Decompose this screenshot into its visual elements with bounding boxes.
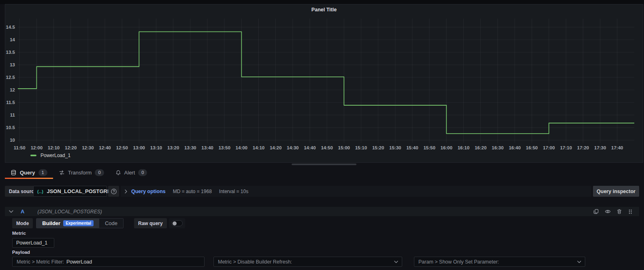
- hide-query-button[interactable]: [605, 208, 611, 215]
- toggle-knob: [173, 221, 177, 225]
- svg-text:12.5: 12.5: [6, 75, 15, 80]
- query-ref-id: A: [21, 208, 24, 215]
- tab-transform[interactable]: Transform 0: [53, 166, 110, 179]
- transform-icon: [59, 170, 65, 176]
- tab-label: Transform: [68, 170, 92, 176]
- chevron-down-icon[interactable]: [9, 210, 13, 213]
- svg-text:15:10: 15:10: [355, 145, 367, 150]
- json-api-datasource-icon: (..): [37, 189, 43, 194]
- metric-label: Metric: [12, 231, 26, 236]
- svg-text:12:30: 12:30: [82, 145, 94, 150]
- svg-text:13:30: 13:30: [184, 145, 196, 150]
- legend-series-swatch: [30, 155, 36, 156]
- svg-text:17:40: 17:40: [611, 145, 623, 150]
- top-strip: [0, 0, 644, 4]
- tab-label: Alert: [124, 170, 135, 176]
- payload-field-show-only-set-parameter[interactable]: Param > Show Only Set Parameter:: [414, 257, 585, 267]
- tab-query-count: 1: [38, 169, 47, 176]
- svg-text:16:40: 16:40: [509, 145, 520, 150]
- mode-code-option[interactable]: Code: [99, 219, 123, 228]
- svg-text:13:50: 13:50: [218, 145, 230, 150]
- svg-text:14:10: 14:10: [253, 145, 264, 150]
- tab-transform-count: 0: [95, 169, 104, 176]
- svg-text:17:10: 17:10: [560, 145, 572, 150]
- svg-text:13.5: 13.5: [6, 50, 15, 55]
- tab-alert[interactable]: Alert 0: [110, 166, 153, 179]
- svg-text:16:30: 16:30: [492, 145, 503, 150]
- svg-text:16:50: 16:50: [526, 145, 537, 150]
- svg-text:15:40: 15:40: [406, 145, 418, 150]
- field-prefix: Param > Show Only Set Parameter:: [418, 259, 499, 265]
- experimental-badge: Experimental: [63, 220, 94, 226]
- svg-text:12:10: 12:10: [48, 145, 60, 150]
- delete-query-button[interactable]: [616, 208, 622, 215]
- legend-series-label[interactable]: PowerLoad_1: [41, 153, 70, 158]
- svg-text:12: 12: [10, 87, 15, 92]
- svg-text:13: 13: [10, 62, 15, 67]
- field-prefix: Metric > Disable Builder Refresh:: [218, 259, 292, 265]
- query-options-bar[interactable]: Query options MD = auto = 1968 Interval …: [121, 186, 591, 197]
- builder-label: Builder: [42, 220, 60, 226]
- query-inspector-button[interactable]: Query inspector: [593, 186, 639, 197]
- timeseries-chart[interactable]: 1010.51111.51212.51313.51414.511:5012:00…: [5, 4, 644, 163]
- svg-text:12:50: 12:50: [116, 145, 128, 150]
- pane-resize-handle[interactable]: [292, 164, 356, 165]
- svg-text:14:50: 14:50: [321, 145, 333, 150]
- svg-text:15:30: 15:30: [389, 145, 401, 150]
- payload-field-metric-filter[interactable]: Metric > Metric Filter: PowerLoad: [12, 257, 205, 267]
- svg-text:13:20: 13:20: [167, 145, 179, 150]
- svg-text:15:00: 15:00: [338, 145, 350, 150]
- svg-text:14:30: 14:30: [287, 145, 299, 150]
- editor-tabs: Query 1 Transform 0 Alert 0: [5, 166, 153, 179]
- tab-query[interactable]: Query 1: [5, 166, 53, 179]
- mode-toggle-group: Builder Experimental Code: [36, 218, 124, 228]
- svg-text:12:40: 12:40: [99, 145, 111, 150]
- eye-icon: [605, 208, 611, 215]
- grafana-panel-editor: 1010.51111.51212.51313.51414.511:5012:00…: [0, 0, 644, 270]
- svg-text:13:40: 13:40: [201, 145, 213, 150]
- svg-text:14:40: 14:40: [304, 145, 316, 150]
- payload-field-disable-builder-refresh[interactable]: Metric > Disable Builder Refresh:: [213, 257, 402, 267]
- query-options-link[interactable]: Query options: [131, 189, 166, 194]
- svg-text:14: 14: [10, 37, 15, 42]
- chart-legend: PowerLoad_1: [30, 153, 70, 158]
- svg-text:17:00: 17:00: [543, 145, 554, 150]
- copy-icon: [593, 208, 599, 215]
- chevron-down-icon[interactable]: [394, 261, 398, 263]
- tab-label: Query: [20, 170, 35, 176]
- duplicate-query-button[interactable]: [593, 208, 599, 215]
- svg-text:12:00: 12:00: [31, 145, 43, 150]
- trash-icon: [616, 208, 622, 215]
- metric-select[interactable]: PowerLoad_1: [12, 238, 54, 248]
- svg-text:17:30: 17:30: [594, 145, 606, 150]
- chevron-down-icon[interactable]: [577, 261, 581, 263]
- svg-text:13:10: 13:10: [150, 145, 162, 150]
- question-circle-icon: [111, 188, 117, 195]
- svg-text:13:00: 13:00: [133, 145, 145, 150]
- svg-text:16:20: 16:20: [475, 145, 486, 150]
- metric-value: PowerLoad_1: [16, 240, 47, 246]
- svg-text:15:50: 15:50: [423, 145, 435, 150]
- svg-text:14.5: 14.5: [6, 25, 15, 30]
- query-row-header[interactable]: A (JSON_LOCAL_POSTGRES): [5, 207, 639, 216]
- datasource-picker[interactable]: (..) JSON_LOCAL_POSTGRES: [33, 186, 107, 197]
- svg-text:16:00: 16:00: [440, 145, 452, 150]
- svg-text:10.5: 10.5: [6, 125, 15, 130]
- mode-builder-option[interactable]: Builder Experimental: [36, 219, 99, 228]
- toggle-track: [171, 220, 183, 226]
- max-data-points-text: MD = auto = 1968: [173, 189, 212, 194]
- svg-text:17:20: 17:20: [577, 145, 589, 150]
- panel-preview: 1010.51111.51212.51313.51414.511:5012:00…: [5, 4, 643, 163]
- svg-text:12:20: 12:20: [65, 145, 77, 150]
- mode-row: Mode Builder Experimental Code Raw query: [12, 218, 185, 228]
- svg-text:11: 11: [10, 113, 15, 117]
- datasource-help-button[interactable]: [108, 186, 119, 197]
- drag-handle[interactable]: [628, 209, 633, 215]
- raw-query-toggle[interactable]: [169, 218, 185, 228]
- svg-text:11:50: 11:50: [14, 145, 26, 150]
- datasource-name: JSON_LOCAL_POSTGRES: [47, 188, 114, 194]
- field-value: PowerLoad: [66, 259, 92, 265]
- bell-icon: [115, 170, 121, 176]
- chevron-right-icon: [125, 189, 127, 193]
- field-prefix: Metric > Metric Filter:: [17, 259, 64, 265]
